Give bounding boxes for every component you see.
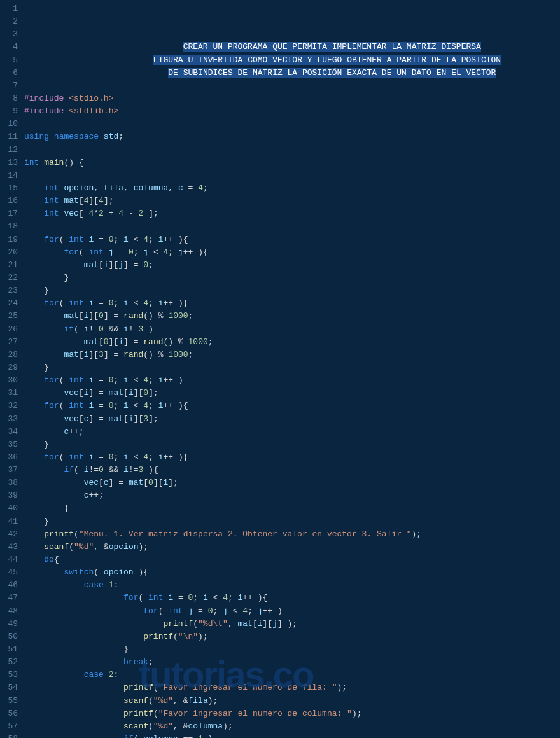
line-number: 20	[0, 246, 18, 259]
line-number: 54	[0, 681, 18, 694]
line-number: 24	[0, 297, 18, 310]
code-line[interactable]: }	[24, 515, 560, 528]
line-number: 17	[0, 207, 18, 220]
line-number: 7	[0, 80, 18, 92]
code-line[interactable]: for( int j = 0; j < 4; j++ )	[24, 605, 560, 618]
line-number: 1	[0, 3, 18, 15]
line-number: 35	[0, 438, 18, 451]
code-line[interactable]: break;	[24, 656, 560, 669]
line-number: 10	[0, 118, 18, 130]
line-number: 41	[0, 515, 18, 528]
code-line[interactable]: }	[24, 643, 560, 656]
line-number: 57	[0, 720, 18, 733]
code-line[interactable]: for( int i = 0; i < 4; i++ ){	[24, 451, 560, 464]
code-line[interactable]: if( i!=0 && i!=3 ){	[24, 464, 560, 477]
code-line[interactable]: int opcion, fila, columna, c = 4;	[24, 182, 560, 195]
code-line[interactable]: int vec[ 4*2 + 4 - 2 ];	[24, 207, 560, 220]
line-number: 2	[0, 15, 18, 28]
code-line[interactable]	[24, 169, 560, 182]
code-line[interactable]: printf("Favor ingresar el numero de fila…	[24, 681, 560, 694]
line-number: 6	[0, 67, 18, 80]
code-line[interactable]: mat[i][0] = rand() % 1000;	[24, 310, 560, 323]
code-line[interactable]: FIGURA·U·INVERTIDA·COMO·VECTOR·Y·LUEGO·O…	[24, 54, 560, 67]
line-number: 25	[0, 310, 18, 323]
code-line[interactable]: case 2:	[24, 669, 560, 681]
code-line[interactable]: scanf("%d", &opcion);	[24, 541, 560, 554]
code-line[interactable]: printf("\n");	[24, 630, 560, 643]
code-line[interactable]: for( int i = 0; i < 4; i++ ){	[24, 233, 560, 246]
code-line[interactable]: CREAR·UN·PROGRAMA·QUE·PERMITA·IMPLEMENTA…	[24, 41, 560, 53]
line-number: 53	[0, 669, 18, 681]
line-number: 45	[0, 566, 18, 579]
line-number: 29	[0, 361, 18, 374]
code-line[interactable]: using namespace std;	[24, 130, 560, 143]
line-number: 50	[0, 630, 18, 643]
line-number: 40	[0, 502, 18, 515]
code-line[interactable]: scanf("%d", &fila);	[24, 695, 560, 707]
line-number: 32	[0, 400, 18, 412]
line-number: 42	[0, 528, 18, 541]
code-line[interactable]: case 1:	[24, 579, 560, 592]
code-line[interactable]: }	[24, 438, 560, 451]
code-line[interactable]: for( int i = 0; i < 4; i++ ){	[24, 297, 560, 310]
line-number: 31	[0, 387, 18, 400]
code-line[interactable]: if( columna == 1 )	[24, 733, 560, 738]
code-line[interactable]: c++;	[24, 489, 560, 502]
code-line[interactable]: }	[24, 272, 560, 284]
code-line[interactable]: }	[24, 502, 560, 515]
code-line[interactable]: do{	[24, 554, 560, 566]
line-number: 38	[0, 477, 18, 489]
code-line[interactable]: int mat[4][4];	[24, 195, 560, 207]
line-number: 44	[0, 554, 18, 566]
line-number: 13	[0, 157, 18, 169]
line-number: 19	[0, 233, 18, 246]
code-line[interactable]: if( i!=0 && i!=3 )	[24, 323, 560, 336]
code-line[interactable]	[24, 220, 560, 233]
code-line[interactable]: }	[24, 284, 560, 297]
line-number: 55	[0, 695, 18, 707]
line-number: 36	[0, 451, 18, 464]
code-line[interactable]: c++;	[24, 426, 560, 438]
code-line[interactable]: printf("Menu. 1. Ver matriz dispersa 2. …	[24, 528, 560, 541]
code-line[interactable]: vec[c] = mat[i][3];	[24, 413, 560, 426]
code-line[interactable]: }	[24, 361, 560, 374]
code-line[interactable]: for( int j = 0; j < 4; j++ ){	[24, 246, 560, 259]
line-number: 52	[0, 656, 18, 669]
code-line[interactable]: switch( opcion ){	[24, 566, 560, 579]
line-number: 47	[0, 592, 18, 604]
code-line[interactable]: DE·SUBINDICES·DE·MATRIZ·LA·POSICIÓN·EXAC…	[24, 67, 560, 80]
line-number-gutter: 1234567891011121314151617181920212223242…	[0, 3, 24, 738]
code-line[interactable]: mat[i][j] = 0;	[24, 259, 560, 272]
line-number: 4	[0, 41, 18, 53]
code-line[interactable]: #include <stdlib.h>	[24, 105, 560, 118]
line-number: 28	[0, 349, 18, 361]
code-content[interactable]: tutorias.co CREAR·UN·PROGRAMA·QUE·PERMIT…	[24, 3, 560, 738]
line-number: 8	[0, 92, 18, 105]
code-editor[interactable]: 1234567891011121314151617181920212223242…	[0, 0, 560, 738]
code-line[interactable]: vec[i] = mat[i][0];	[24, 387, 560, 400]
code-line[interactable]: for( int i = 0; i < 4; i++ ){	[24, 592, 560, 604]
line-number: 3	[0, 28, 18, 41]
line-number: 12	[0, 144, 18, 157]
code-line[interactable]: mat[i][3] = rand() % 1000;	[24, 349, 560, 361]
code-line[interactable]	[24, 80, 560, 92]
code-line[interactable]: printf("Favor ingresar el numero de colu…	[24, 707, 560, 720]
line-number: 27	[0, 336, 18, 349]
code-line[interactable]: int main() {	[24, 157, 560, 169]
code-line[interactable]: scanf("%d", &columna);	[24, 720, 560, 733]
line-number: 26	[0, 323, 18, 336]
code-line[interactable]	[24, 118, 560, 130]
line-number: 5	[0, 54, 18, 67]
line-number: 21	[0, 259, 18, 272]
code-line[interactable]	[24, 144, 560, 157]
code-line[interactable]: printf("%d\t", mat[i][j] );	[24, 618, 560, 630]
code-line[interactable]: for( int i = 0; i < 4; i++ ){	[24, 400, 560, 412]
line-number: 22	[0, 272, 18, 284]
line-number: 58	[0, 733, 18, 738]
line-number: 18	[0, 220, 18, 233]
line-number: 14	[0, 169, 18, 182]
code-line[interactable]: mat[0][i] = rand() % 1000;	[24, 336, 560, 349]
code-line[interactable]: for( int i = 0; i < 4; i++ )	[24, 374, 560, 387]
code-line[interactable]: vec[c] = mat[0][i];	[24, 477, 560, 489]
code-line[interactable]: #include <stdio.h>	[24, 92, 560, 105]
